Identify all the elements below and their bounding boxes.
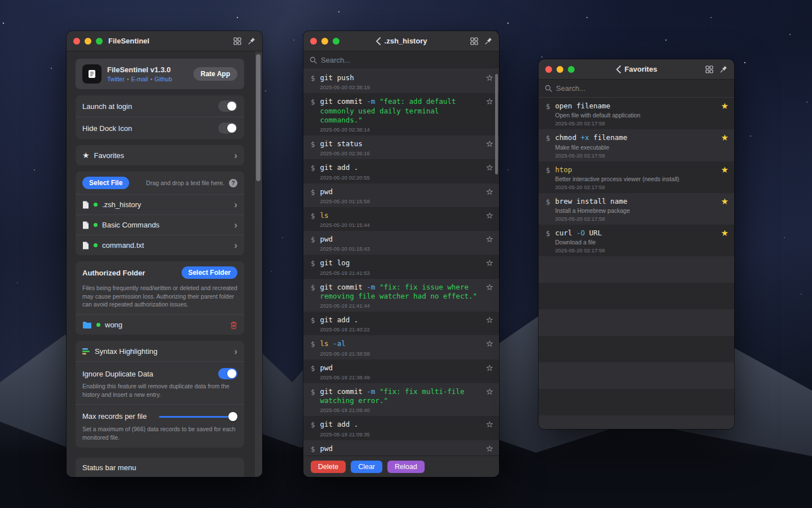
pin-icon[interactable] xyxy=(720,65,727,73)
favorite-star-icon[interactable]: ☆ xyxy=(486,235,493,244)
history-entry[interactable]: $git add .2025-05-19 21:09:35☆ xyxy=(303,416,499,440)
fullscreen-button[interactable] xyxy=(333,38,339,45)
favorite-star-icon[interactable]: ☆ xyxy=(486,259,493,268)
favorite-entry[interactable]: $htopBetter interactive process viewer (… xyxy=(539,161,734,193)
close-button[interactable] xyxy=(73,38,80,45)
favorite-star-icon[interactable]: ★ xyxy=(721,197,729,207)
back-button[interactable] xyxy=(376,37,381,45)
prompt-symbol: $ xyxy=(311,97,315,106)
app-link-twitter[interactable]: Twitter xyxy=(107,76,125,82)
favorites-window: Favorites $open filenameOpen file with d… xyxy=(539,59,734,429)
monitored-file-row[interactable]: Basic Commands› xyxy=(76,214,244,235)
favorite-star-icon[interactable]: ★ xyxy=(721,133,729,143)
help-icon[interactable]: ? xyxy=(229,179,237,187)
delete-button[interactable]: Delete xyxy=(311,461,346,473)
favorite-star-icon[interactable]: ☆ xyxy=(486,163,493,173)
close-button[interactable] xyxy=(545,66,552,73)
fullscreen-button[interactable] xyxy=(568,66,575,73)
favorite-star-icon[interactable]: ☆ xyxy=(486,420,493,430)
favorite-star-icon[interactable]: ☆ xyxy=(486,316,493,325)
search-input[interactable] xyxy=(556,84,728,93)
select-folder-button[interactable]: Select Folder xyxy=(182,266,237,279)
close-button[interactable] xyxy=(310,38,317,45)
monitored-file-row[interactable]: .zsh_history› xyxy=(76,194,244,214)
launch-at-login-toggle[interactable] xyxy=(218,100,237,112)
favorite-star-icon[interactable]: ☆ xyxy=(486,187,493,197)
hide-dock-icon-toggle[interactable] xyxy=(218,122,237,134)
history-entry[interactable]: $pwd2025-05-19 21:38:49☆ xyxy=(303,360,499,383)
history-entry[interactable]: $git commit -m "fix: fix multi-file watc… xyxy=(303,383,499,417)
app-link-e-mail[interactable]: E-mail xyxy=(131,76,148,82)
pin-icon[interactable] xyxy=(248,37,255,45)
authorized-folder-row[interactable]: wong xyxy=(76,314,244,335)
favorite-star-icon[interactable]: ☆ xyxy=(486,283,493,292)
fullscreen-button[interactable] xyxy=(96,38,103,45)
prompt-symbol: $ xyxy=(546,133,550,142)
chevron-right-icon: › xyxy=(234,151,237,160)
favorite-star-icon[interactable]: ☆ xyxy=(486,139,493,149)
favorite-star-icon[interactable]: ☆ xyxy=(486,364,493,373)
history-entry[interactable]: $git commit -m "feat: add default common… xyxy=(303,93,499,135)
history-entry[interactable]: $git add .2025-05-19 21:40:22☆ xyxy=(303,312,499,335)
grid-view-icon[interactable] xyxy=(470,37,478,45)
favorite-star-icon[interactable]: ☆ xyxy=(486,211,493,221)
favorite-star-icon[interactable]: ☆ xyxy=(486,73,493,83)
empty-row xyxy=(539,283,734,309)
history-entry[interactable]: $git status2025-05-20 02:36:16☆ xyxy=(303,135,499,159)
scrollbar-thumb[interactable] xyxy=(256,54,261,181)
grid-view-icon[interactable] xyxy=(705,65,713,73)
favorite-star-icon[interactable]: ☆ xyxy=(486,387,493,397)
pin-icon[interactable] xyxy=(485,37,492,45)
command-text: open filename xyxy=(555,102,716,111)
history-scrollbar-thumb[interactable] xyxy=(495,74,498,174)
desktop: FileSentinel FileSentinel v1.3.0 Twitter… xyxy=(0,0,812,508)
back-button[interactable] xyxy=(616,65,621,73)
empty-row xyxy=(539,336,734,362)
folder-name: wong xyxy=(105,321,122,329)
history-entry[interactable]: $ls2025-05-20 01:15:44☆ xyxy=(303,207,499,231)
timestamp: 2025-05-20 02:17:58 xyxy=(555,120,716,126)
settings-scrollbar[interactable] xyxy=(254,51,262,477)
select-file-button[interactable]: Select File xyxy=(82,177,129,189)
favorite-entry[interactable]: $chmod +x filenameMake file executable20… xyxy=(539,129,734,161)
app-link-github[interactable]: Github xyxy=(155,76,172,82)
command-block: git add .2025-05-20 02:20:55 xyxy=(320,163,480,180)
favorite-entry[interactable]: $open filenameOpen file with default app… xyxy=(539,98,734,129)
trash-icon[interactable] xyxy=(230,321,237,329)
favorite-entry[interactable]: $curl -O URLDownload a file2025-05-20 02… xyxy=(539,225,734,256)
favorite-star-icon[interactable]: ★ xyxy=(721,165,729,175)
launch-at-login-row: Launch at login xyxy=(76,95,244,117)
favorites-card: ★ Favorites › xyxy=(76,145,244,165)
favorite-star-icon[interactable]: ★ xyxy=(721,229,729,238)
command-block: git log2025-05-19 21:41:53 xyxy=(320,259,480,275)
minimize-button[interactable] xyxy=(85,38,91,45)
history-entry[interactable]: $pwd2025-05-19 21:06:55☆ xyxy=(303,440,499,456)
grid-view-icon[interactable] xyxy=(233,37,241,45)
search-input[interactable] xyxy=(321,56,493,64)
history-entry[interactable]: $git push2025-05-20 02:38:19☆ xyxy=(303,69,499,93)
syntax-highlighting-icon xyxy=(82,348,90,355)
favorites-row[interactable]: ★ Favorites › xyxy=(76,145,244,165)
favorite-star-icon[interactable]: ☆ xyxy=(486,444,493,454)
history-entry[interactable]: $pwd2025-05-20 01:15:43☆ xyxy=(303,231,499,255)
history-entry[interactable]: $ls -al2025-05-19 21:38:58☆ xyxy=(303,335,499,359)
minimize-button[interactable] xyxy=(321,38,328,45)
history-entry[interactable]: $git commit -m "fix: fix issue where rem… xyxy=(303,279,499,312)
favorite-entry[interactable]: $brew install nameInstall a Homebrew pac… xyxy=(539,193,734,225)
minimize-button[interactable] xyxy=(557,66,563,73)
command-text: brew install name xyxy=(555,197,716,206)
history-entry[interactable]: $pwd2025-05-20 01:15:58☆ xyxy=(303,183,499,207)
max-records-slider[interactable] xyxy=(159,416,237,418)
monitored-file-row[interactable]: command.txt› xyxy=(76,235,244,255)
empty-row xyxy=(539,362,734,389)
history-entry[interactable]: $git log2025-05-19 21:41:53☆ xyxy=(303,255,499,278)
favorite-star-icon[interactable]: ☆ xyxy=(486,97,493,107)
favorite-star-icon[interactable]: ☆ xyxy=(486,339,493,349)
history-entry[interactable]: $git add .2025-05-20 02:20:55☆ xyxy=(303,159,499,183)
favorite-star-icon[interactable]: ★ xyxy=(721,102,729,111)
syntax-highlighting-row[interactable]: Syntax Highlighting › xyxy=(76,341,244,361)
ignore-duplicate-toggle[interactable] xyxy=(218,368,237,379)
reload-button[interactable]: Reload xyxy=(387,461,425,473)
rate-app-button[interactable]: Rate App xyxy=(193,67,237,81)
clear-button[interactable]: Clear xyxy=(351,461,382,473)
